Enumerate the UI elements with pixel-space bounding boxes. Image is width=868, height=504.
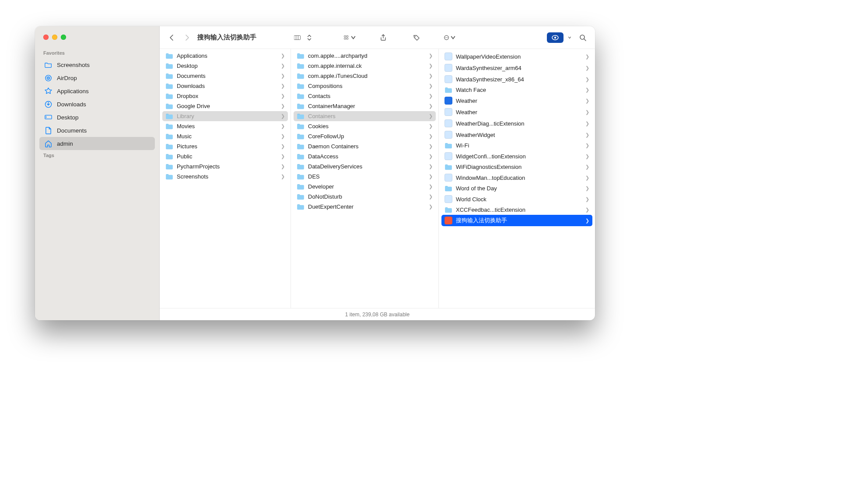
sidebar-item-applications[interactable]: Applications bbox=[39, 84, 155, 98]
group-by-button[interactable] bbox=[344, 32, 356, 43]
folder-icon bbox=[297, 184, 304, 190]
file-row[interactable]: Word of the Day❯ bbox=[441, 183, 592, 193]
file-name: Weather bbox=[456, 109, 582, 116]
file-row[interactable]: Library❯ bbox=[162, 111, 288, 121]
file-row[interactable]: Movies❯ bbox=[162, 121, 288, 131]
file-row[interactable]: Google Drive❯ bbox=[162, 101, 288, 111]
sidebar-item-documents[interactable]: Documents bbox=[39, 124, 155, 137]
file-row[interactable]: WallpaperVideoExtension❯ bbox=[441, 51, 592, 62]
folder-icon bbox=[165, 103, 173, 109]
file-name: Google Drive bbox=[177, 103, 277, 109]
chevron-right-icon: ❯ bbox=[585, 98, 589, 104]
search-button[interactable] bbox=[577, 32, 589, 43]
svg-rect-12 bbox=[346, 38, 348, 39]
sidebar-item-label: Screenshots bbox=[57, 62, 90, 68]
file-name: WardaSynthesizer_arm64 bbox=[456, 65, 582, 71]
file-row[interactable]: Documents❯ bbox=[162, 71, 288, 81]
file-row[interactable]: Pictures❯ bbox=[162, 141, 288, 151]
app-icon bbox=[444, 108, 452, 116]
chevron-right-icon: ❯ bbox=[585, 154, 589, 159]
chevron-right-icon: ❯ bbox=[429, 194, 433, 200]
file-row[interactable]: DataDeliveryServices❯ bbox=[294, 161, 436, 172]
file-name: Documents bbox=[177, 73, 277, 79]
file-row[interactable]: com.apple....archpartyd❯ bbox=[294, 51, 436, 61]
file-row[interactable]: Wi-Fi❯ bbox=[441, 140, 592, 150]
view-menu-caret[interactable] bbox=[306, 32, 312, 43]
file-row[interactable]: Downloads❯ bbox=[162, 81, 288, 91]
file-row[interactable]: Music❯ bbox=[162, 131, 288, 141]
file-row[interactable]: DES❯ bbox=[294, 172, 436, 182]
file-row[interactable]: 搜狗输入法切换助手❯ bbox=[441, 215, 592, 226]
file-row[interactable]: Developer❯ bbox=[294, 182, 436, 192]
sidebar-item-downloads[interactable]: Downloads bbox=[39, 98, 155, 111]
sidebar-item-label: Applications bbox=[57, 88, 89, 94]
minimize-window-button[interactable] bbox=[52, 35, 57, 40]
file-row[interactable]: Contacts❯ bbox=[294, 91, 436, 101]
folder-icon bbox=[297, 53, 304, 59]
file-row[interactable]: DoNotDisturb❯ bbox=[294, 192, 436, 202]
file-row[interactable]: CoreFollowUp❯ bbox=[294, 131, 436, 141]
file-row[interactable]: WardaSynthesizer_arm64❯ bbox=[441, 62, 592, 74]
file-row[interactable]: Screenshots❯ bbox=[162, 172, 288, 182]
zoom-window-button[interactable] bbox=[61, 35, 66, 40]
file-row[interactable]: WidgetConfi...tionExtension❯ bbox=[441, 150, 592, 162]
forward-button[interactable] bbox=[181, 32, 193, 43]
file-row[interactable]: Public❯ bbox=[162, 151, 288, 161]
file-row[interactable]: Desktop❯ bbox=[162, 61, 288, 71]
sidebar-item-desktop[interactable]: Desktop bbox=[39, 111, 155, 124]
file-row[interactable]: WardaSynthesizer_x86_64❯ bbox=[441, 74, 592, 85]
view-columns-button[interactable] bbox=[291, 32, 304, 43]
file-row[interactable]: XCCFeedbac...ticExtension❯ bbox=[441, 205, 592, 215]
file-row[interactable]: ContainerManager❯ bbox=[294, 101, 436, 111]
file-name: WeatherWidget bbox=[456, 132, 582, 138]
file-row[interactable]: com.apple.internal.ck❯ bbox=[294, 61, 436, 71]
tags-button[interactable] bbox=[410, 32, 423, 43]
file-row[interactable]: PycharmProjects❯ bbox=[162, 161, 288, 172]
file-row[interactable]: Compositions❯ bbox=[294, 81, 436, 91]
file-row[interactable]: Dropbox❯ bbox=[162, 91, 288, 101]
file-row[interactable]: Weather❯ bbox=[441, 106, 592, 118]
column-3[interactable]: WallpaperVideoExtension❯WardaSynthesizer… bbox=[439, 49, 595, 308]
file-row[interactable]: Applications❯ bbox=[162, 51, 288, 61]
column-1[interactable]: Applications❯Desktop❯Documents❯Downloads… bbox=[160, 49, 291, 308]
chevron-right-icon: ❯ bbox=[585, 65, 589, 71]
file-name: XCCFeedbac...ticExtension bbox=[456, 206, 582, 213]
file-row[interactable]: Watch Face❯ bbox=[441, 85, 592, 95]
share-button[interactable] bbox=[377, 32, 389, 43]
folder-icon bbox=[297, 154, 304, 160]
file-row[interactable]: WeatherDiag...ticExtension❯ bbox=[441, 118, 592, 129]
file-row[interactable]: WeatherWidget❯ bbox=[441, 129, 592, 140]
file-row[interactable]: com.apple.iTunesCloud❯ bbox=[294, 71, 436, 81]
file-row[interactable]: WiFiDiagnosticsExtension❯ bbox=[441, 162, 592, 172]
folder-icon bbox=[165, 83, 173, 89]
sidebar-item-airdrop[interactable]: AirDrop bbox=[39, 71, 155, 84]
sidebar-section-title: Tags bbox=[35, 151, 159, 160]
download-icon bbox=[44, 100, 52, 108]
back-button[interactable] bbox=[166, 32, 178, 43]
file-row[interactable]: DataAccess❯ bbox=[294, 151, 436, 161]
file-row[interactable]: WindowMan...topEducation❯ bbox=[441, 172, 592, 183]
chevron-right-icon: ❯ bbox=[281, 83, 285, 89]
file-row[interactable]: Cookies❯ bbox=[294, 121, 436, 131]
file-row[interactable]: DuetExpertCenter❯ bbox=[294, 202, 436, 212]
file-name: com.apple.internal.ck bbox=[308, 63, 425, 69]
chevron-right-icon: ❯ bbox=[429, 133, 433, 139]
chevron-right-icon: ❯ bbox=[585, 186, 589, 191]
home-icon bbox=[44, 140, 52, 147]
svg-point-2 bbox=[48, 77, 49, 78]
file-row[interactable]: World Clock❯ bbox=[441, 193, 592, 205]
file-row[interactable]: Weather❯ bbox=[441, 95, 592, 106]
close-window-button[interactable] bbox=[43, 35, 49, 40]
sidebar-item-screenshots[interactable]: Screenshots bbox=[39, 58, 155, 71]
sidebar-item-admin[interactable]: admin bbox=[39, 137, 155, 150]
folder-icon bbox=[165, 144, 173, 150]
column-2[interactable]: com.apple....archpartyd❯com.apple.intern… bbox=[291, 49, 439, 308]
preview-toggle-button[interactable] bbox=[547, 32, 564, 43]
svg-rect-11 bbox=[344, 38, 346, 39]
folder-icon bbox=[297, 194, 304, 200]
more-actions-button[interactable] bbox=[444, 32, 456, 43]
chevron-right-icon: ❯ bbox=[429, 93, 433, 99]
file-row[interactable]: Containers❯ bbox=[294, 111, 436, 121]
file-name: Cookies bbox=[308, 123, 425, 130]
file-row[interactable]: Daemon Containers❯ bbox=[294, 141, 436, 151]
